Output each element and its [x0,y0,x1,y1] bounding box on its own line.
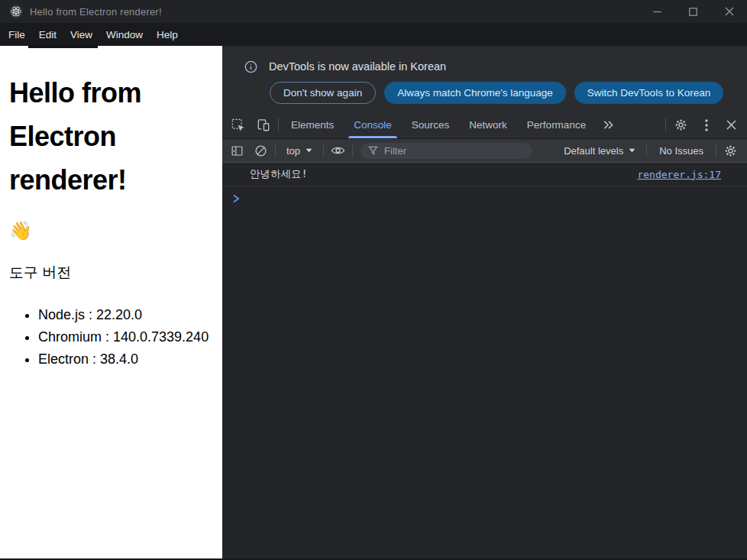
divider [665,118,666,131]
issues-counter[interactable]: No Issues [649,145,713,157]
electron-app-icon [9,5,23,18]
close-devtools-icon[interactable] [719,112,744,138]
devtools-panel: DevTools is now available in Korean Don'… [222,46,747,560]
dont-show-again-button[interactable]: Don't show again [270,82,376,104]
window-title: Hello from Electron renderer! [30,6,162,18]
divider [352,144,353,157]
devtools-tabbar: Elements Console Sources Network Perform… [222,112,747,139]
match-chrome-language-button[interactable]: Always match Chrome's language [384,82,566,104]
chevron-down-icon [306,148,312,153]
menu-file[interactable]: File [2,23,32,46]
renderer-page: Hello from Electron renderer! 👋 도구 버전 No… [0,46,222,558]
tab-console[interactable]: Console [344,112,402,138]
menu-window[interactable]: Window [99,23,150,46]
context-selector[interactable]: top [278,139,321,162]
minimize-button[interactable] [639,0,675,23]
version-chromium: Chromium : 140.0.7339.240 [38,326,222,348]
tools-version-heading: 도구 버전 [9,263,222,283]
log-levels-label: Default levels [564,145,623,157]
filter-input[interactable] [384,145,525,157]
tabbar-right-controls [663,112,744,138]
console-prompt[interactable] [222,186,747,210]
divider [275,144,276,157]
console-settings-gear-icon[interactable] [719,139,742,162]
wave-emoji: 👋 [9,222,222,240]
menu-help[interactable]: Help [150,23,185,46]
live-expression-eye-icon[interactable] [326,139,350,162]
version-node: Node.js : 22.20.0 [38,304,222,326]
menu-edit[interactable]: Edit [32,23,63,46]
tab-network[interactable]: Network [459,112,517,138]
prompt-chevron-icon [232,194,240,203]
devtools-language-banner: DevTools is now available in Korean Don'… [222,46,747,112]
tab-performance[interactable]: Performance [517,112,596,138]
maximize-button[interactable] [675,0,711,23]
menu-view[interactable]: View [63,23,99,46]
titlebar: Hello from Electron renderer! [0,0,747,23]
divider [278,118,279,131]
tab-sources[interactable]: Sources [402,112,460,138]
version-electron: Electron : 38.4.0 [38,348,222,371]
info-icon [244,60,257,73]
switch-to-korean-button[interactable]: Switch DevTools to Korean [574,82,723,104]
log-message: 안녕하세요! [250,167,308,181]
chevron-down-icon [629,148,635,153]
settings-gear-icon[interactable] [668,112,694,138]
funnel-icon [368,146,378,156]
inspect-element-icon[interactable] [225,112,251,138]
close-window-button[interactable] [711,0,747,23]
console-toolbar-right: Default levels No Issues [555,139,742,162]
console-filter[interactable] [361,143,532,159]
divider [323,144,324,157]
kebab-menu-icon[interactable] [694,112,719,138]
log-source-link[interactable]: renderer.js:17 [637,169,721,180]
window-controls [639,0,747,23]
page-heading: Hello from Electron renderer! [9,72,213,202]
console-sidebar-toggle-icon[interactable] [225,139,249,162]
divider [716,144,716,157]
menu-highlight-notch [28,44,98,48]
log-levels-dropdown[interactable]: Default levels [555,139,644,162]
context-selector-label: top [286,145,300,157]
device-toolbar-icon[interactable] [251,112,276,138]
console-log-entry: 안녕하세요! renderer.js:17 [222,163,747,186]
console-output: 안녕하세요! renderer.js:17 [222,163,747,560]
more-tabs-icon[interactable] [596,112,621,138]
console-toolbar: top Default levels No Issues [222,139,747,163]
banner-message: DevTools is now available in Korean [269,60,446,73]
version-list: Node.js : 22.20.0 Chromium : 140.0.7339.… [0,304,222,371]
tab-elements[interactable]: Elements [281,112,344,138]
banner-buttons: Don't show again Always match Chrome's l… [270,82,723,104]
clear-console-icon[interactable] [249,139,273,162]
divider [646,144,647,157]
menubar: File Edit View Window Help [0,23,747,46]
